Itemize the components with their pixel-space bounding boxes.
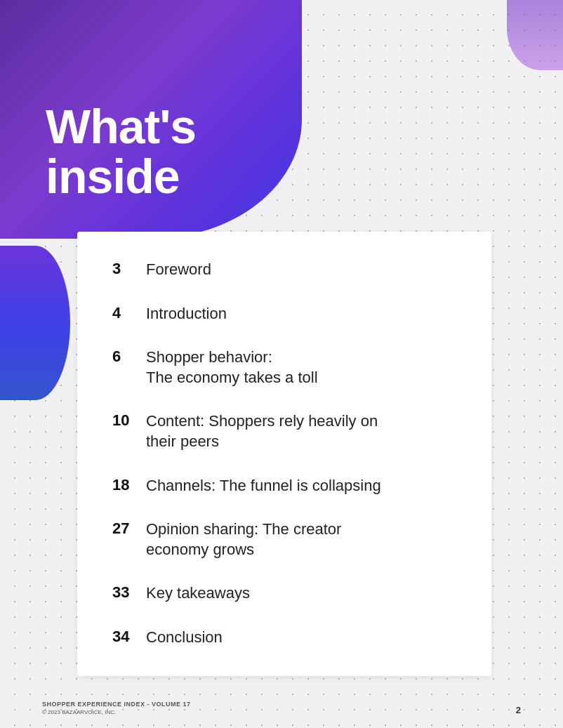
toc-title: Channels: The funnel is collapsing [146,476,381,496]
title-line2: inside [46,150,180,203]
corner-blob [507,0,563,70]
toc-page-number: 34 [112,628,146,646]
toc-item: 3Foreword [112,260,456,280]
footer-copyright: © 2023 BAZAARVOICE, INC. [42,709,191,715]
toc-title: Key takeaways [146,583,250,604]
footer-left: SHOPPER EXPERIENCE INDEX - VOLUME 17 © 2… [42,701,191,715]
toc-title: Introduction [146,304,227,324]
toc-title: Foreword [146,260,211,280]
toc-item: 4Introduction [112,304,456,324]
footer: SHOPPER EXPERIENCE INDEX - VOLUME 17 © 2… [42,701,521,715]
toc-item: 6Shopper behavior:The economy takes a to… [112,348,456,388]
toc-page-number: 18 [112,476,146,494]
page-number: 2 [516,705,521,715]
toc-title: Content: Shoppers rely heavily ontheir p… [146,411,378,451]
toc-page-number: 10 [112,411,146,430]
toc-page-number: 4 [112,304,146,322]
toc-title: Conclusion [146,628,223,648]
page-title: What's inside [46,102,196,202]
toc-page-number: 3 [112,260,146,278]
toc-card: 3Foreword4Introduction6Shopper behavior:… [77,232,491,676]
report-title: SHOPPER EXPERIENCE INDEX - VOLUME 17 [42,701,191,708]
toc-page-number: 27 [112,519,146,538]
toc-item: 10Content: Shoppers rely heavily ontheir… [112,411,456,451]
toc-item: 33Key takeaways [112,583,456,604]
title-line1: What's [46,100,196,153]
toc-title: Opinion sharing: The creatoreconomy grow… [146,519,341,560]
toc-item: 34Conclusion [112,628,456,648]
toc-page-number: 6 [112,348,146,366]
toc-item: 18Channels: The funnel is collapsing [112,476,456,496]
toc-page-number: 33 [112,583,146,602]
toc-list: 3Foreword4Introduction6Shopper behavior:… [112,260,456,648]
left-side-blob [0,246,70,400]
toc-item: 27Opinion sharing: The creatoreconomy gr… [112,519,456,560]
toc-title: Shopper behavior:The economy takes a tol… [146,348,318,388]
